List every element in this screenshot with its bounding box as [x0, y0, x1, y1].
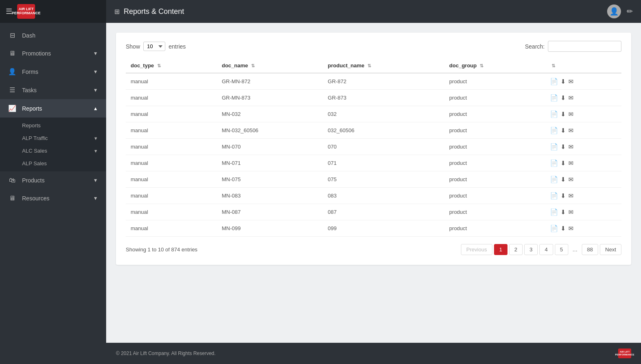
cell-doc-name: GR-MN-873 [217, 90, 323, 106]
cell-doc-name: MN-083 [217, 188, 323, 204]
download-icon[interactable]: ⬇ [561, 111, 566, 118]
promotions-arrow: ▼ [93, 51, 98, 56]
cell-doc-name: MN-075 [217, 171, 323, 188]
sidebar: ☰ AIR LIFTPERFORMANCE ⊟ Dash 🖥 Promotion… [0, 0, 106, 364]
sidebar-item-alc-sales[interactable]: ALC Sales ▼ [0, 144, 106, 157]
email-icon[interactable]: ✉ [568, 111, 574, 118]
col-doc-type[interactable]: doc_type ⇅ [126, 58, 217, 73]
cell-doc-group: product [444, 90, 545, 106]
email-icon[interactable]: ✉ [568, 127, 574, 134]
tasks-icon: ☰ [8, 86, 16, 94]
cell-product-name: 071 [323, 155, 444, 171]
sidebar-item-promotions[interactable]: 🖥 Promotions ▼ [0, 44, 106, 62]
email-icon[interactable]: ✉ [568, 176, 574, 183]
table-row: manual MN-099 099 product 📄 ⬇ ✉ [126, 220, 621, 237]
cell-product-name: 070 [323, 139, 444, 155]
download-icon[interactable]: ⬇ [561, 143, 566, 151]
email-icon[interactable]: ✉ [568, 160, 574, 167]
footer-logo: AIR LIFTPERFORMANCE [618, 348, 631, 358]
table-row: manual GR-MN-873 GR-873 product 📄 ⬇ ✉ [126, 90, 621, 106]
pdf-icon[interactable]: 📄 [550, 110, 558, 118]
email-icon[interactable]: ✉ [568, 192, 574, 200]
search-input[interactable] [548, 41, 621, 52]
tasks-arrow: ▼ [93, 87, 98, 93]
cell-product-name: GR-872 [323, 73, 444, 90]
pdf-icon[interactable]: 📄 [550, 78, 558, 85]
cell-doc-type: manual [126, 204, 217, 220]
table-row: manual MN-070 070 product 📄 ⬇ ✉ [126, 139, 621, 155]
download-icon[interactable]: ⬇ [561, 78, 566, 85]
page-1-button[interactable]: 1 [494, 244, 507, 255]
pdf-icon[interactable]: 📄 [550, 159, 558, 167]
email-icon[interactable]: ✉ [568, 78, 574, 85]
col-actions[interactable]: ⇅ [545, 58, 621, 73]
cell-doc-group: product [444, 73, 545, 90]
page-4-button[interactable]: 4 [539, 244, 553, 255]
cell-doc-name: GR-MN-872 [217, 73, 323, 90]
pdf-icon[interactable]: 📄 [550, 224, 558, 232]
topbar: ⊞ Reports & Content 👤 ✏ [106, 0, 641, 23]
sidebar-item-products-label: Products [22, 177, 45, 184]
cell-product-name: 075 [323, 171, 444, 188]
sort-icon-doc-group: ⇅ [480, 63, 483, 68]
cell-doc-group: product [444, 155, 545, 171]
cell-doc-name: MN-099 [217, 220, 323, 237]
sidebar-item-products[interactable]: 🛍 Products ▼ [0, 171, 106, 189]
pdf-icon[interactable]: 📄 [550, 192, 558, 200]
col-doc-group[interactable]: doc_group ⇅ [444, 58, 545, 73]
forms-icon: 👤 [8, 68, 16, 75]
sidebar-item-dash[interactable]: ⊟ Dash [0, 26, 106, 44]
promotions-icon: 🖥 [8, 50, 16, 57]
sidebar-item-reports-link[interactable]: Reports [0, 119, 106, 132]
col-product-name[interactable]: product_name ⇅ [323, 58, 444, 73]
download-icon[interactable]: ⬇ [561, 225, 566, 232]
table-row: manual MN-075 075 product 📄 ⬇ ✉ [126, 171, 621, 188]
download-icon[interactable]: ⬇ [561, 160, 566, 167]
table-row: manual GR-MN-872 GR-872 product 📄 ⬇ ✉ [126, 73, 621, 90]
cell-product-name: 099 [323, 220, 444, 237]
sidebar-item-tasks[interactable]: ☰ Tasks ▼ [0, 81, 106, 99]
sidebar-item-alp-traffic[interactable]: ALP Traffic ▼ [0, 132, 106, 144]
sort-icon-product-name: ⇅ [367, 63, 371, 68]
cell-doc-type: manual [126, 90, 217, 106]
page-2-button[interactable]: 2 [509, 244, 523, 255]
sidebar-item-reports[interactable]: 📈 Reports ▲ [0, 99, 106, 118]
page-3-button[interactable]: 3 [524, 244, 538, 255]
next-button[interactable]: Next [600, 244, 621, 255]
edit-icon[interactable]: ✏ [627, 7, 633, 16]
cell-doc-type: manual [126, 188, 217, 204]
table-row: manual MN-032 032 product 📄 ⬇ ✉ [126, 106, 621, 122]
email-icon[interactable]: ✉ [568, 94, 574, 102]
pdf-icon[interactable]: 📄 [550, 127, 558, 134]
table-row: manual MN-083 083 product 📄 ⬇ ✉ [126, 188, 621, 204]
sidebar-item-promotions-label: Promotions [22, 50, 51, 57]
email-icon[interactable]: ✉ [568, 209, 574, 216]
entries-label: entries [169, 43, 186, 50]
previous-button[interactable]: Previous [461, 244, 492, 255]
download-icon[interactable]: ⬇ [561, 209, 566, 216]
download-icon[interactable]: ⬇ [561, 176, 566, 183]
entries-select[interactable]: 10 25 50 100 [143, 42, 165, 51]
avatar[interactable]: 👤 [607, 4, 621, 18]
cell-actions: 📄 ⬇ ✉ [545, 220, 621, 237]
pdf-icon[interactable]: 📄 [550, 143, 558, 151]
email-icon[interactable]: ✉ [568, 225, 574, 232]
pdf-icon[interactable]: 📄 [550, 94, 558, 102]
hamburger-icon[interactable]: ☰ [6, 7, 12, 16]
sidebar-nav: ⊟ Dash 🖥 Promotions ▼ 👤 Forms ▼ ☰ Tasks … [0, 23, 106, 364]
sidebar-item-resources[interactable]: 🖥 Resources ▼ [0, 189, 106, 207]
resources-arrow: ▼ [93, 195, 98, 201]
sidebar-item-forms[interactable]: 👤 Forms ▼ [0, 62, 106, 81]
col-doc-name[interactable]: doc_name ⇅ [217, 58, 323, 73]
download-icon[interactable]: ⬇ [561, 94, 566, 102]
pdf-icon[interactable]: 📄 [550, 175, 558, 183]
cell-doc-group: product [444, 171, 545, 188]
page-5-button[interactable]: 5 [555, 244, 568, 255]
sidebar-item-alp-sales[interactable]: ALP Sales [0, 157, 106, 170]
email-icon[interactable]: ✉ [568, 143, 574, 151]
download-icon[interactable]: ⬇ [561, 192, 566, 200]
grid-icon: ⊞ [114, 8, 120, 16]
last-page-button[interactable]: 88 [582, 244, 598, 255]
download-icon[interactable]: ⬇ [561, 127, 566, 134]
pdf-icon[interactable]: 📄 [550, 208, 558, 216]
